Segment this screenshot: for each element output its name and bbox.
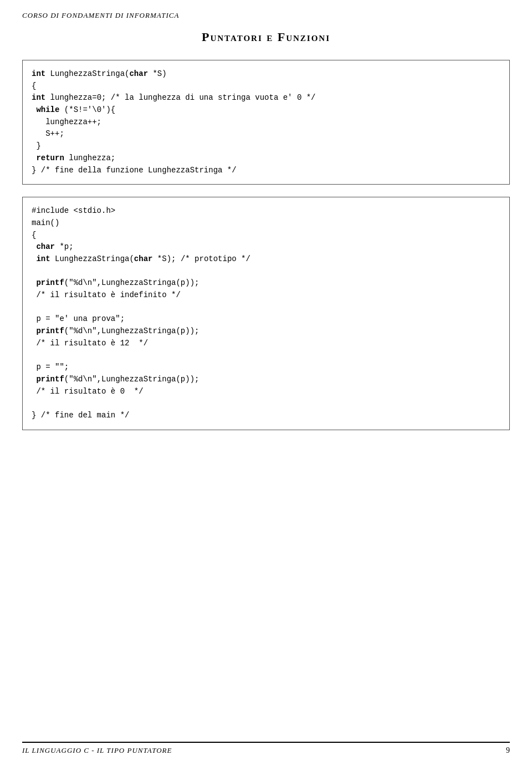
- keyword-int-1: int: [32, 69, 45, 78]
- code-block-2: #include <stdio.h> main() { char *p; int…: [22, 197, 510, 430]
- keyword-int-2: int: [32, 93, 45, 102]
- footer-page: 9: [506, 746, 510, 755]
- keyword-char-3: char: [134, 254, 153, 263]
- keyword-printf-1: printf: [36, 278, 64, 287]
- keyword-char-1: char: [129, 69, 148, 78]
- keyword-while-1: while: [36, 105, 59, 114]
- bottom-bar: Il Linguaggio C - Il Tipo Puntatore 9: [22, 742, 510, 755]
- course-header: Corso di Fondamenti di Informatica: [22, 11, 510, 20]
- page-container: Corso di Fondamenti di Informatica Punta…: [0, 0, 532, 765]
- keyword-printf-3: printf: [36, 375, 64, 384]
- keyword-return-1: return: [36, 154, 64, 162]
- keyword-int-3: int: [36, 254, 50, 263]
- keyword-char-2: char: [36, 242, 55, 251]
- keyword-printf-2: printf: [36, 327, 64, 335]
- code-block-1: int LunghezzaStringa(char *S) { int lung…: [22, 60, 510, 185]
- footer-left: Il Linguaggio C - Il Tipo Puntatore: [22, 746, 172, 755]
- page-title: Puntatori e Funzioni: [22, 30, 510, 44]
